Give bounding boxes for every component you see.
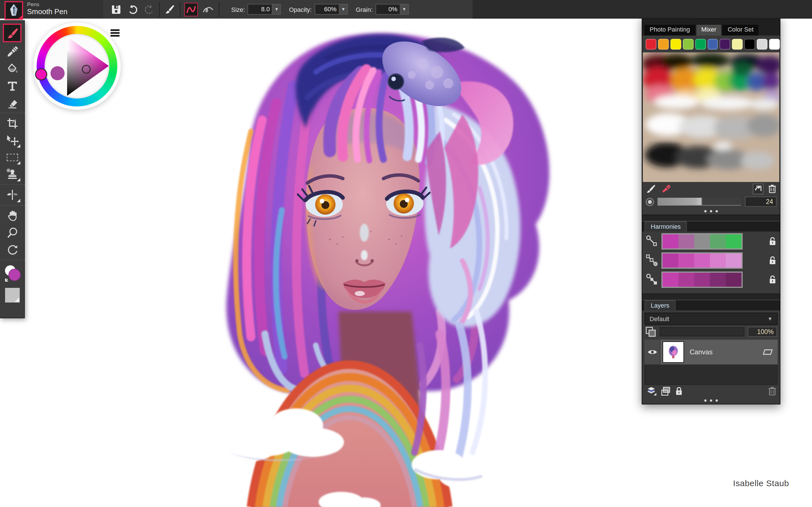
save-button[interactable] [110,3,122,15]
layer-opacity-slider[interactable] [660,327,744,336]
tab-photo-painting[interactable]: Photo Painting [645,25,695,36]
layer-list-empty-area[interactable] [645,364,777,385]
grain-dropdown-arrow[interactable]: ▼ [400,4,409,15]
layers-header: Layers [642,300,780,311]
layer-opacity-value[interactable]: 100% [748,327,777,337]
harmony-type-icon [646,254,658,267]
rotate-canvas-tool[interactable] [3,241,21,258]
stroke-style-line-button[interactable] [201,3,215,16]
opacity-value-field[interactable]: 60% [315,4,340,15]
canvas-artwork[interactable] [197,18,643,507]
paper-texture-selector[interactable] [3,286,21,305]
mixer-trash-button[interactable] [768,184,776,193]
zoom-tool[interactable] [3,224,21,241]
hand-tool[interactable] [3,207,21,224]
lock-layer-button[interactable] [675,386,683,396]
layers-resize-handle[interactable] [642,397,780,404]
freehand-stroke-icon [186,4,197,14]
color-swatch[interactable] [670,39,681,49]
delete-layer-button[interactable] [768,386,776,395]
hue-marker[interactable] [36,69,47,80]
move-tool[interactable] [3,132,21,149]
flyout-indicator [17,178,20,181]
new-layer-button[interactable] [646,386,657,396]
grain-value-field[interactable]: 0% [375,4,400,15]
mixer-size-value[interactable]: 24 [745,196,776,207]
layer-blend-mode-dropdown[interactable]: Default ▼ [645,313,777,325]
undo-button[interactable] [127,3,139,15]
fill-tool[interactable] [3,60,21,77]
harmony-lock-button[interactable] [769,275,776,284]
color-swatch[interactable] [732,39,743,49]
tab-mixer[interactable]: Mixer [696,25,721,36]
harmonies-tab[interactable]: Harmonies [645,221,687,231]
stamp-tool[interactable] [3,166,21,182]
harmony-lock-button[interactable] [769,236,776,246]
color-swatch[interactable] [658,39,669,49]
toolbox-divider [0,184,24,185]
color-selector[interactable] [3,262,21,286]
eraser-tool[interactable] [3,94,21,111]
color-swatch[interactable] [745,39,755,49]
mixer-size-slider[interactable] [658,198,741,206]
color-swatch[interactable] [707,39,718,49]
loop-stroke-icon [202,4,214,14]
magnifier-icon [6,226,18,239]
harmony-swatch-strip[interactable] [661,271,743,288]
brush-tool[interactable] [3,24,21,42]
color-swatch[interactable] [682,39,693,49]
harmony-swatch-strip[interactable] [661,252,743,269]
stroke-style-freehand-button[interactable] [185,3,198,16]
layer-row-canvas[interactable]: Canvas [645,340,777,364]
layer-visibility-toggle[interactable] [645,340,660,364]
blend-mode-value: Default [650,316,669,322]
flyout-indicator [17,144,20,148]
mixer-dropper-tool[interactable] [661,184,670,193]
brush-tool-shortcut-icon[interactable] [163,3,176,15]
eraser-icon [6,96,18,109]
mixer-size-knob[interactable] [646,198,654,206]
size-dropdown-arrow[interactable]: ▼ [273,4,281,15]
rect-select-tool[interactable] [3,149,21,166]
layers-tab[interactable]: Layers [645,300,675,311]
mixer-brush-tool[interactable] [646,184,656,193]
panel-separator [642,293,780,300]
crop-tool[interactable] [3,115,21,132]
eye-icon [647,349,657,355]
harmony-swatch-strip[interactable] [661,233,743,249]
redo-button[interactable] [143,3,155,15]
layer-opacity-row: 100% [642,325,780,339]
artist-signature: Isabelle Staub [733,478,789,488]
color-swatch[interactable] [769,39,780,49]
harmony-lock-button[interactable] [769,256,776,265]
color-swatch[interactable] [757,39,767,49]
main-additional-color-icon [3,263,21,285]
mixer-clear-pad-button[interactable] [753,183,763,194]
color-swatch[interactable] [695,39,706,49]
color-swatch[interactable] [720,39,730,49]
duplicate-layer-button[interactable] [661,386,671,396]
layer-opacity-icon [645,326,656,337]
opacity-label: Opacity: [289,6,312,13]
color-swatch[interactable] [646,39,656,49]
color-wheel-menu-button[interactable] [110,29,119,37]
opacity-dropdown-arrow[interactable]: ▼ [340,4,348,15]
layers-footer-toolbar [642,385,780,397]
size-value-field[interactable]: 8.0 [248,4,273,15]
eyedropper-tool[interactable] [3,43,21,60]
mixer-toolbar [642,182,780,195]
hand-icon [6,210,18,222]
tab-color-set[interactable]: Color Set [723,25,759,36]
color-wheel[interactable] [33,22,121,110]
harmony-type-icon [646,235,658,247]
crop-icon [6,117,18,129]
brush-preview-button[interactable] [4,1,23,20]
sat-value-triangle[interactable] [33,22,121,110]
text-tool[interactable] [3,77,21,94]
current-brush-labels[interactable]: Pens Smooth Pen [27,2,67,16]
brush-preview-flyout [18,15,22,19]
paint-bucket-icon [6,62,18,75]
mirror-paint-tool[interactable] [3,186,21,203]
mixer-resize-handle[interactable] [642,208,780,215]
mixer-pad[interactable] [643,52,779,182]
